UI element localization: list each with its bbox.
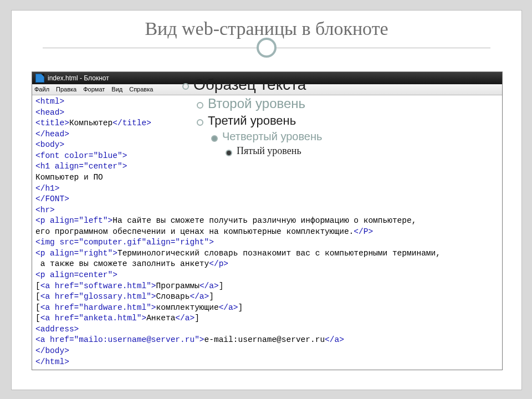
placeholder-level-3: Третий уровень [197, 114, 322, 130]
placeholder-level-2: Второй уровень [197, 96, 322, 114]
placeholder-overlay: Образец текста Второй уровень Третий уро… [182, 76, 322, 159]
slide-frame: Вид web-страницы в блокноте index.html -… [11, 10, 522, 390]
slide-title: Вид web-страницы в блокноте [12, 18, 521, 39]
file-icon [35, 74, 44, 83]
placeholder-level-4: Четвертый уровень [211, 130, 322, 145]
title-divider [43, 43, 490, 53]
notepad-title-text: index.html - Блокнот [48, 74, 109, 83]
placeholder-level-5: Пятый уровень [226, 145, 322, 159]
ring-decor [257, 38, 277, 58]
menu-item[interactable]: Файл [34, 85, 49, 94]
menu-item[interactable]: Правка [56, 85, 76, 94]
menu-item[interactable]: Справка [129, 85, 153, 94]
menu-item[interactable]: Формат [83, 85, 105, 94]
menu-item[interactable]: Вид [111, 85, 122, 94]
placeholder-level-1: Образец текста [182, 76, 322, 96]
